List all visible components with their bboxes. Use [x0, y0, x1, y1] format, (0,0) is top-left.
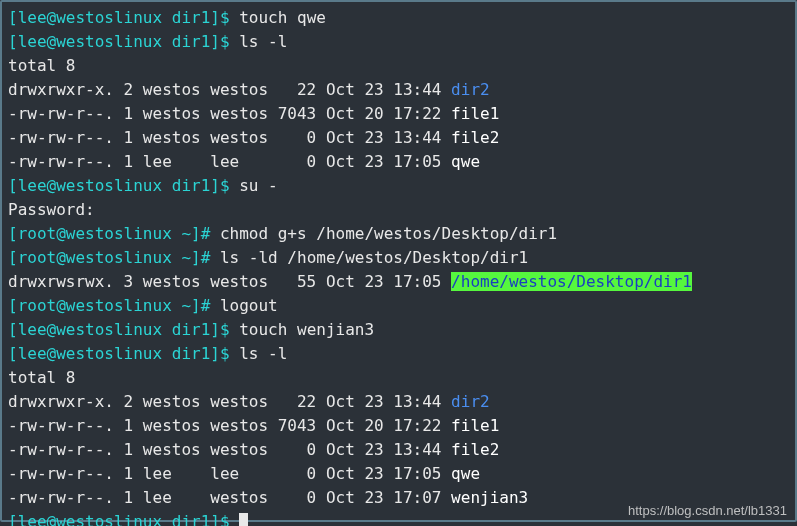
- terminal-line: [lee@westoslinux dir1]$ touch wenjian3: [8, 318, 789, 342]
- terminal-line: [root@westoslinux ~]# ls -ld /home/westo…: [8, 246, 789, 270]
- terminal-line: total 8: [8, 54, 789, 78]
- terminal-line: drwxrwxr-x. 2 westos westos 22 Oct 23 13…: [8, 390, 789, 414]
- terminal-line: -rw-rw-r--. 1 westos westos 7043 Oct 20 …: [8, 414, 789, 438]
- terminal-line: -rw-rw-r--. 1 lee lee 0 Oct 23 17:05 qwe: [8, 462, 789, 486]
- terminal-line: drwxrwxr-x. 2 westos westos 22 Oct 23 13…: [8, 78, 789, 102]
- terminal-line: [lee@westoslinux dir1]$ ls -l: [8, 342, 789, 366]
- terminal-line: [lee@westoslinux dir1]$ touch qwe: [8, 6, 789, 30]
- cursor: [239, 513, 248, 526]
- terminal-line: [lee@westoslinux dir1]$ su -: [8, 174, 789, 198]
- terminal-line: Password:: [8, 198, 789, 222]
- terminal-line: total 8: [8, 366, 789, 390]
- terminal-line: -rw-rw-r--. 1 westos westos 0 Oct 23 13:…: [8, 438, 789, 462]
- terminal-line: -rw-rw-r--. 1 westos westos 7043 Oct 20 …: [8, 102, 789, 126]
- terminal-line: [root@westoslinux ~]# logout: [8, 294, 789, 318]
- watermark: https://blog.csdn.net/lb1331: [628, 501, 787, 521]
- terminal-line: -rw-rw-r--. 1 westos westos 0 Oct 23 13:…: [8, 126, 789, 150]
- terminal-line: drwxrwsrwx. 3 westos westos 55 Oct 23 17…: [8, 270, 789, 294]
- terminal-line: -rw-rw-r--. 1 lee lee 0 Oct 23 17:05 qwe: [8, 150, 789, 174]
- terminal-line: [lee@westoslinux dir1]$ ls -l: [8, 30, 789, 54]
- terminal-line: [root@westoslinux ~]# chmod g+s /home/we…: [8, 222, 789, 246]
- terminal[interactable]: [lee@westoslinux dir1]$ touch qwe[lee@we…: [0, 0, 797, 522]
